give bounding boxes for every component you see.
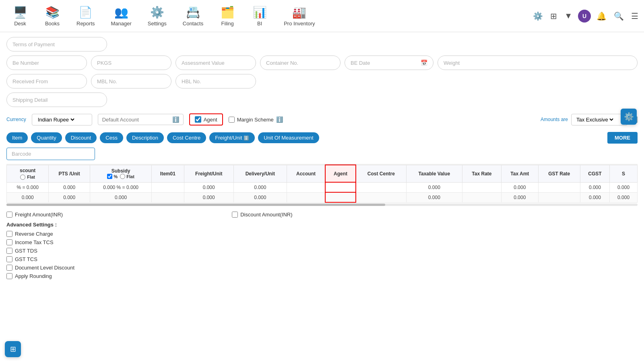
adv-check-gst-tds: GST TDS [6,248,638,254]
nav-item-contacts[interactable]: 📇 Contacts [175,2,211,31]
nav-item-manager[interactable]: 👥 Manager [103,2,140,31]
subsidy-flat-radio[interactable] [120,174,125,179]
bottom-left-icon-button[interactable]: ⊞ [5,341,21,357]
grid-nav-icon[interactable]: ⊞ [549,10,559,23]
th-cost-centre: Cost Centre [356,165,406,182]
more-button[interactable]: MORE [607,132,638,144]
default-account-input[interactable] [102,117,170,123]
col-btn-freight-unit[interactable]: Freight/Unit ℹ️ [209,132,255,143]
th-delivery-unit: Delivery/Unit [233,165,287,182]
td-tax-amt-2: 0.000 [501,192,538,202]
discount-header: scount Flat [10,168,45,180]
nav-item-desk[interactable]: 🖥️ Desk [4,2,36,31]
nav-item-books[interactable]: 📚 Books [36,2,68,31]
margin-scheme-checkbox[interactable] [229,117,235,123]
td-cgst-2: 0.000 [580,192,610,202]
amounts-select-wrapper[interactable]: Tax Exclusive Tax Inclusive No Tax [571,114,627,125]
filing-icon: 🗂️ [221,6,235,19]
td-taxable-value-2: 0.000 [406,192,462,202]
be-date-input[interactable] [351,60,418,66]
pkgs-field[interactable] [91,56,171,70]
gst-tcs-checkbox[interactable] [6,256,12,262]
nav-label-bi: BI [257,21,262,27]
col-btn-discount[interactable]: Discount [65,132,97,143]
container-no-input[interactable] [266,60,334,66]
received-from-field[interactable] [6,74,87,88]
gear-fab-button[interactable]: ⚙️ [621,109,637,125]
nav-item-settings[interactable]: ⚙️ Settings [140,2,175,31]
col-btn-quantity[interactable]: Quantity [31,132,62,143]
col-btn-unit-of-measurement[interactable]: Unit Of Measurement [258,132,319,143]
settings-icon: ⚙️ [150,6,164,19]
settings-nav-icon[interactable]: ⚙️ [531,10,545,23]
th-account: Account [287,165,325,182]
table-row: 0.000 0.000 0.000 0.000 0.000 0.000 0.00… [7,192,638,202]
amounts-are-label: Amounts are [541,117,568,122]
subsidy-percent-check[interactable] [107,174,112,179]
assessment-value-input[interactable] [182,60,250,66]
contacts-icon: 📇 [186,6,200,19]
th-pts-unit: PTS /Unit [49,165,90,182]
col-btn-cost-centre[interactable]: Cost Centre [167,132,206,143]
apply-rounding-checkbox[interactable] [6,273,12,279]
td-pts-unit-2: 0.000 [49,192,90,202]
menu-nav-icon[interactable]: ☰ [630,10,640,23]
avatar[interactable]: U [578,10,591,23]
hbl-no-input[interactable] [182,78,250,84]
currency-select-wrapper[interactable]: Indian Rupee USD EUR [32,114,92,125]
nav-item-filing[interactable]: 🗂️ Filing [211,2,244,31]
container-no-field[interactable] [260,56,341,70]
weight-input[interactable] [444,60,632,66]
gst-tds-checkbox[interactable] [6,248,12,254]
horizontal-scrollbar[interactable] [6,204,638,206]
gst-tcs-label: GST TCS [15,256,37,262]
pkgs-input[interactable] [97,60,165,66]
nav-item-pro-inventory[interactable]: 🏭 Pro Inventory [276,2,323,31]
assessment-value-field[interactable] [175,56,256,70]
barcode-input[interactable] [6,148,95,160]
be-date-field[interactable]: 📅 [345,56,433,70]
advanced-settings-title: Advanced Settings : [6,222,638,228]
mbl-no-field[interactable] [91,74,171,88]
discount-amount-checkbox[interactable] [232,212,238,218]
reverse-charge-checkbox[interactable] [6,231,12,237]
be-number-field[interactable] [6,56,87,70]
nav-item-bi[interactable]: 📊 BI [244,2,276,31]
freight-amount-label: Freight Amount(INR) [15,212,63,218]
freight-amount-check: Freight Amount(INR) [6,212,63,218]
default-account-field[interactable]: ℹ️ [98,114,184,125]
adv-check-apply-rounding: Apply Rounding [6,273,638,279]
income-tax-tcs-checkbox[interactable] [6,239,12,245]
terms-of-payment-input[interactable] [12,41,101,47]
currency-select[interactable]: Indian Rupee USD EUR [36,116,76,123]
hbl-no-field[interactable] [175,74,256,88]
agent-checkbox[interactable] [195,116,201,123]
td-discount-2: 0.000 [7,192,49,202]
shipping-detail-input[interactable] [12,97,101,103]
received-from-input[interactable] [12,78,81,84]
bell-nav-icon[interactable]: 🔔 [595,10,608,23]
doc-level-discount-checkbox[interactable] [6,265,12,271]
scroll-thumb [6,204,385,206]
search-nav-icon[interactable]: 🔍 [612,10,625,23]
be-number-input[interactable] [12,60,81,66]
shipping-detail-field[interactable] [6,93,107,107]
nav-item-reports[interactable]: 📄 Reports [68,2,103,31]
th-subsidy: Subsidy % Flat [90,165,152,182]
mbl-no-input[interactable] [97,78,165,84]
adv-check-income-tax-tcs: Income Tax TCS [6,239,638,245]
freight-amount-checkbox[interactable] [6,212,12,218]
margin-scheme-info-icon[interactable]: ℹ️ [276,116,283,123]
amounts-are-select[interactable]: Tax Exclusive Tax Inclusive No Tax [575,116,615,123]
agent-checkbox-box: Agent [189,113,223,125]
default-account-info-icon[interactable]: ℹ️ [172,116,179,123]
weight-field[interactable] [438,56,638,70]
col-btn-description[interactable]: Description [126,132,164,143]
col-btn-item[interactable]: Item [6,132,28,143]
discount-radio-flat[interactable] [20,175,25,180]
table-row: % = 0.000 0.000 0.000 % = 0.000 0.000 0.… [7,182,638,192]
terms-of-payment-field[interactable] [6,37,107,51]
form-row-4 [6,93,638,107]
dropdown-nav-icon[interactable]: ▼ [563,10,574,22]
col-btn-cess[interactable]: Cess [100,132,123,143]
